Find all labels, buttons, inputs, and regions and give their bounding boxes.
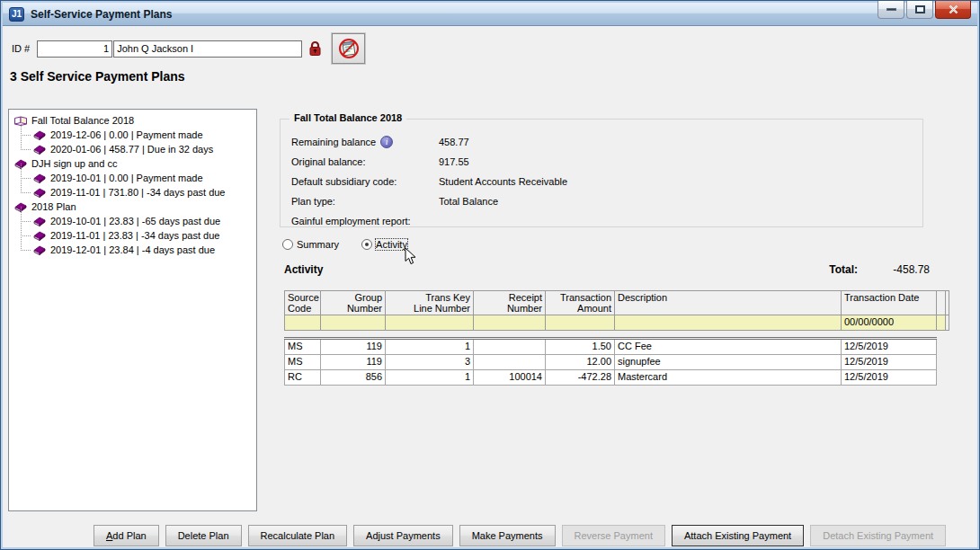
table-row[interactable]: MS11911.50CC Fee12/5/2019	[284, 340, 937, 355]
column-header-transaction-date[interactable]: Transaction Date	[842, 291, 937, 315]
filter-cell[interactable]	[615, 315, 842, 330]
no-notes-button[interactable]	[332, 33, 365, 64]
payment-plans-tree[interactable]: Fall Total Balance 20182019-12-06 | 0.00…	[8, 109, 257, 511]
activity-radio-circle[interactable]	[361, 239, 372, 250]
activity-radio-label[interactable]: Activity	[376, 239, 407, 250]
reverse-payment-button: Reverse Payment	[562, 525, 665, 546]
detail-field-row: Remaining balancei458.77	[291, 132, 922, 152]
id-input[interactable]	[37, 40, 112, 58]
activity-table: SourceCodeGroupNumberTrans KeyLine Numbe…	[284, 290, 949, 386]
filter-cell[interactable]	[321, 315, 386, 330]
closed-book-icon	[32, 186, 47, 199]
field-label: Plan type:	[291, 196, 335, 207]
tree-installment-item[interactable]: 2019-11-01 | 731.80 | -34 days past due	[11, 185, 254, 200]
tree-plan-item[interactable]: Fall Total Balance 2018	[11, 113, 254, 128]
filter-cell[interactable]	[474, 315, 546, 330]
close-button[interactable]	[935, 1, 971, 19]
tree-installment-label: 2019-10-01 | 23.83 | -65 days past due	[50, 216, 220, 226]
id-label: ID #	[12, 43, 30, 54]
button-label: Adjust Payments	[366, 530, 441, 541]
column-header-trans-key-line-number[interactable]: Trans KeyLine Number	[386, 291, 474, 315]
table-cell: MS	[285, 340, 321, 355]
view-options: Summary Activity	[282, 239, 407, 250]
activity-radio[interactable]: Activity	[361, 239, 407, 250]
mouse-cursor	[405, 247, 416, 265]
table-cell: 1.50	[546, 340, 615, 355]
tree-installment-item[interactable]: 2019-10-01 | 23.83 | -65 days past due	[11, 214, 254, 228]
column-header-text: Transaction Date	[844, 292, 933, 303]
table-cell: 12/5/2019	[842, 370, 937, 386]
detail-field-row: Gainful employment report:	[291, 211, 922, 231]
attach-existing-payment-button[interactable]: Attach Existing Payment	[672, 525, 804, 546]
tree-installment-label: 2019-11-01 | 731.80 | -34 days past due	[50, 187, 225, 198]
app-window: J1 Self-Service Payment Plans ID #	[0, 0, 980, 550]
column-header-transaction-amount[interactable]: TransactionAmount	[546, 291, 615, 315]
field-label: Remaining balance	[291, 137, 376, 147]
tree-plan-label: Fall Total Balance 2018	[31, 115, 134, 126]
column-header-receipt-number[interactable]: Receipt Number	[474, 291, 546, 315]
field-label: Original balance:	[291, 156, 366, 167]
button-label: Reverse Payment	[575, 530, 653, 541]
filter-cell[interactable]	[386, 315, 474, 330]
table-cell: CC Fee	[615, 340, 842, 355]
title-bar[interactable]: J1 Self-Service Payment Plans	[3, 3, 977, 26]
minimize-icon	[886, 8, 896, 11]
recalculate-plan-button[interactable]: Recalculate Plan	[248, 525, 348, 546]
info-icon[interactable]: i	[380, 136, 393, 148]
tree-installment-item[interactable]: 2019-12-06 | 0.00 | Payment made	[11, 128, 254, 142]
name-input[interactable]	[113, 40, 302, 58]
column-header-text: Source	[288, 292, 317, 303]
summary-radio-circle[interactable]	[282, 239, 293, 250]
table-cell: 856	[321, 370, 386, 386]
column-header-text: Number	[324, 303, 382, 314]
column-header-text: Receipt Number	[477, 292, 542, 314]
table-cell: 12/5/2019	[842, 340, 937, 355]
table-cell	[474, 355, 546, 370]
tree-installment-item[interactable]: 2020-01-06 | 458.77 | Due in 32 days	[11, 142, 254, 156]
detail-field-row: Default subsidiary code:Student Accounts…	[291, 172, 922, 191]
detach-existing-payment-button: Detach Existing Payment	[810, 525, 946, 546]
tree-plan-label: DJH sign up and cc	[31, 158, 117, 169]
tree-installment-item[interactable]: 2019-11-01 | 23.83 | -34 days past due	[11, 228, 254, 243]
column-header-source-code[interactable]: SourceCode	[285, 291, 321, 315]
table-cell: 100014	[474, 370, 546, 386]
column-header-description[interactable]: Description	[615, 291, 842, 315]
groupbox-title: Fall Total Balance 2018	[290, 112, 406, 123]
table-cell: 1	[386, 370, 474, 386]
tree-installment-label: 2019-10-01 | 0.00 | Payment made	[50, 173, 203, 183]
minimize-button[interactable]	[878, 1, 904, 19]
field-value: 917.55	[439, 156, 922, 167]
table-cell: -472.28	[546, 370, 615, 386]
tree-plan-item[interactable]: DJH sign up and cc	[11, 156, 254, 171]
maximize-button[interactable]	[906, 1, 933, 19]
tree-plan-item[interactable]: 2018 Plan	[11, 200, 254, 214]
column-header-group-number[interactable]: GroupNumber	[321, 291, 386, 315]
tree-installment-item[interactable]: 2019-12-01 | 23.84 | -4 days past due	[11, 243, 254, 257]
button-label: Detach Existing Payment	[823, 530, 933, 541]
activity-header: Activity Total: -458.78	[284, 263, 930, 276]
maximize-icon	[915, 5, 925, 13]
filter-cell[interactable]	[285, 315, 321, 330]
total-value: -458.78	[858, 263, 930, 276]
filter-cell[interactable]	[546, 315, 615, 330]
no-notes-icon	[338, 38, 360, 59]
table-cell: 119	[321, 355, 386, 370]
adjust-payments-button[interactable]: Adjust Payments	[353, 525, 453, 546]
column-header-text: Trans Key	[388, 292, 470, 303]
filter-cell[interactable]: 00/00/0000	[842, 315, 937, 330]
tree-installment-item[interactable]: 2019-10-01 | 0.00 | Payment made	[11, 171, 254, 185]
make-payments-button[interactable]: Make Payments	[459, 525, 556, 546]
field-value: 458.77	[439, 137, 922, 147]
summary-radio[interactable]: Summary	[282, 239, 339, 250]
table-header-row: SourceCodeGroupNumberTrans KeyLine Numbe…	[284, 290, 949, 315]
table-cell: Mastercard	[615, 370, 842, 386]
summary-radio-label[interactable]: Summary	[297, 239, 339, 250]
delete-plan-button[interactable]: Delete Plan	[165, 525, 242, 546]
table-row[interactable]: RC8561100014-472.28Mastercard12/5/2019	[284, 370, 937, 386]
activity-section-label: Activity	[284, 263, 323, 276]
table-cell: MS	[285, 355, 321, 370]
table-row[interactable]: MS119312.00signupfee12/5/2019	[284, 355, 937, 370]
toolbar: ID #	[12, 33, 365, 64]
add-plan-button[interactable]: Add Plan	[94, 525, 159, 546]
table-cell: 12/5/2019	[842, 355, 937, 370]
